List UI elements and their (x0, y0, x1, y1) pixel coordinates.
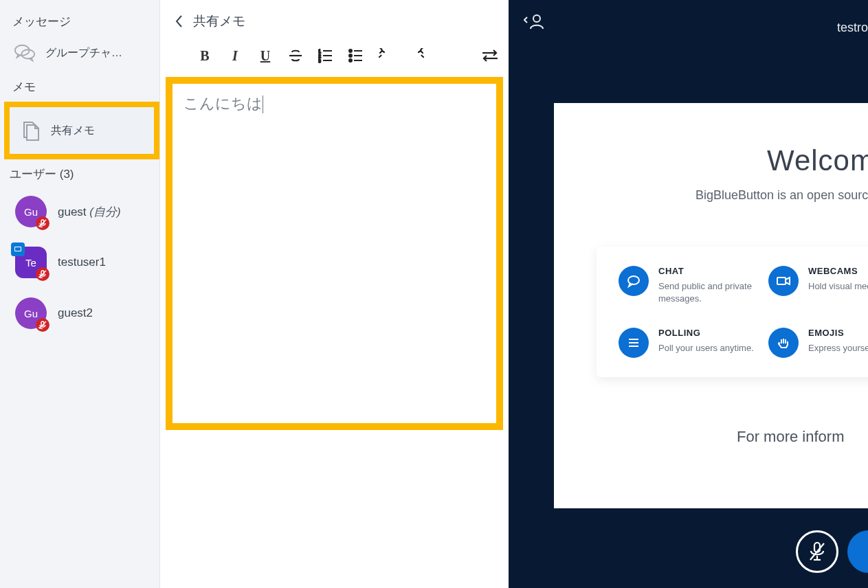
chat-feature-icon (619, 266, 649, 296)
feature-chat: CHAT Send public and private messages. (619, 266, 763, 304)
presentation-slide: Welcome BigBlueButton is an open source … (554, 103, 868, 508)
user-row[interactable]: Tetestuser1 (0, 237, 159, 288)
svg-text:3: 3 (318, 58, 321, 63)
messages-section-title: メッセージ (0, 7, 159, 34)
svg-point-1 (21, 49, 34, 58)
webcam-feature-icon (768, 266, 799, 296)
avatar: Te (15, 247, 47, 278)
import-export-button[interactable] (478, 44, 502, 67)
feature-title: EMOJIS (808, 328, 868, 338)
user-list: Guguest (自分)Tetestuser1 Guguest2 (0, 186, 159, 339)
notes-header: 共有メモ (160, 0, 509, 37)
action-button[interactable] (847, 530, 868, 573)
redo-button[interactable] (405, 44, 428, 67)
group-chat-label: グループチャ… (45, 46, 150, 60)
memo-section-title: メモ (0, 72, 159, 99)
feature-webcams: WEBCAMS Hold visual mee (768, 266, 868, 304)
feature-desc: Send public and private messages. (658, 280, 763, 304)
shared-memo-highlight: 共有メモ (4, 102, 159, 159)
feature-title: CHAT (658, 266, 763, 276)
notes-editor[interactable]: こんにちは (173, 84, 496, 423)
left-sidebar: メッセージ グループチャ… メモ 共有メモ ユー (0, 0, 159, 588)
user-name: testuser1 (58, 256, 106, 269)
avatar: Gu (15, 196, 47, 227)
unordered-list-button[interactable] (344, 44, 368, 67)
features-card: CHAT Send public and private messages. W… (597, 247, 868, 377)
users-toggle-icon[interactable] (524, 12, 544, 32)
feature-desc: Poll your users anytime. (658, 342, 754, 354)
muted-mic-icon (36, 267, 49, 281)
welcome-heading: Welcome (767, 144, 868, 177)
undo-button[interactable] (375, 44, 398, 67)
svg-rect-9 (15, 247, 21, 251)
svg-point-22 (349, 54, 352, 57)
user-name: guest2 (58, 306, 93, 320)
svg-text:2: 2 (318, 54, 321, 58)
svg-rect-30 (777, 278, 786, 284)
shared-notes-panel: 共有メモ B I U 1 2 3 (159, 0, 509, 588)
notes-title: 共有メモ (193, 12, 245, 30)
ordered-list-button[interactable]: 1 2 3 (314, 44, 337, 67)
feature-title: WEBCAMS (808, 266, 868, 276)
svg-point-24 (349, 59, 352, 62)
group-chat-item[interactable]: グループチャ… (0, 34, 159, 72)
presentation-stage: testro Welcome BigBlueButton is an open … (509, 0, 868, 588)
avatar: Gu (15, 297, 47, 329)
microphone-toggle-button[interactable] (796, 530, 838, 573)
feature-desc: Express yourse (808, 342, 868, 354)
svg-point-28 (533, 15, 540, 22)
editor-text: こんにちは (183, 95, 263, 112)
text-caret (263, 95, 263, 113)
svg-point-20 (349, 49, 352, 52)
polling-feature-icon (619, 328, 649, 358)
underline-button[interactable]: U (254, 44, 277, 67)
room-name: testro (837, 21, 868, 35)
presenter-icon (11, 242, 25, 256)
shared-memo-label: 共有メモ (51, 124, 144, 138)
editor-highlight: こんにちは (166, 77, 503, 430)
strikethrough-button[interactable] (284, 44, 307, 67)
shared-memo-item[interactable]: 共有メモ (10, 107, 154, 154)
feature-title: POLLING (658, 328, 754, 338)
emoji-feature-icon (768, 328, 799, 358)
more-info-text: For more inform (737, 428, 868, 446)
bold-button[interactable]: B (193, 44, 216, 67)
feature-desc: Hold visual mee (808, 280, 868, 293)
muted-mic-icon (36, 216, 49, 230)
chat-icon (14, 42, 36, 64)
back-button[interactable] (175, 14, 183, 28)
feature-polling: POLLING Poll your users anytime. (619, 328, 763, 358)
svg-text:1: 1 (318, 49, 321, 54)
feature-emojis: EMOJIS Express yourse (768, 328, 868, 358)
welcome-subtitle: BigBlueButton is an open source w (695, 188, 868, 203)
document-icon (19, 120, 41, 142)
self-tag: (自分) (89, 205, 120, 218)
muted-mic-icon (36, 318, 49, 332)
user-row[interactable]: Guguest (自分) (0, 186, 159, 237)
italic-button[interactable]: I (223, 44, 247, 67)
user-name: guest (自分) (58, 204, 121, 220)
user-row[interactable]: Guguest2 (0, 288, 159, 339)
users-section-title: ユーザー (3) (0, 162, 159, 186)
editor-toolbar: B I U 1 2 3 (160, 37, 509, 74)
